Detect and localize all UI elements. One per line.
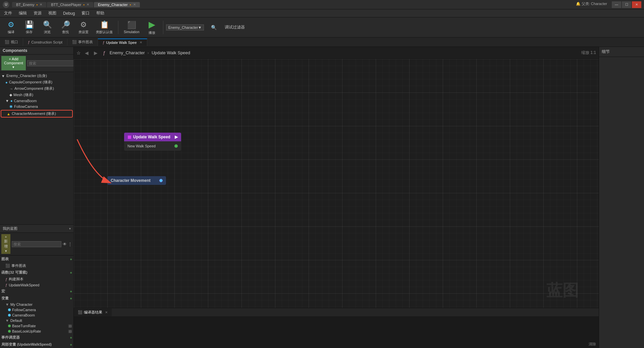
debug-target-dropdown[interactable]: Enemy_Character▼ — [166, 24, 204, 30]
bp-options-icon[interactable]: ⋮ — [68, 242, 72, 247]
menu-view[interactable]: 视图 — [46, 10, 59, 17]
menu-file[interactable]: 文件 — [1, 10, 15, 17]
add-component-button[interactable]: + Add Component ▾ — [1, 56, 26, 70]
bp-section-functions-header[interactable]: 函数(32 可重载) + — [0, 269, 73, 276]
blueprint-canvas[interactable]: ▦ Update Walk Speed ▶ New Walk Speed Cha… — [74, 59, 599, 308]
save-button[interactable]: 💾 保存 — [21, 19, 38, 36]
bp-header-collapse[interactable]: ▾ — [69, 227, 71, 230]
tree-item-enemy-character[interactable]: ▼ Enemy_Character (自身) — [0, 73, 73, 79]
menu-help[interactable]: 帮助 — [94, 10, 107, 17]
search-debug-button[interactable]: 🔍 — [205, 23, 222, 31]
bp-section-graph-header[interactable]: 图表 + — [0, 256, 73, 263]
event-graph-item-icon: ⬛ — [5, 264, 10, 268]
bp-item-event-graph[interactable]: ⬛ 事件图表 — [0, 263, 73, 269]
ue-logo: U — [3, 1, 9, 8]
char-movement-label: CharacterMovement (继承) — [12, 111, 56, 116]
tab-construction-script[interactable]: ƒ Construction Script — [23, 39, 67, 46]
tab-enemy-close[interactable]: ✕ — [133, 3, 136, 6]
node-character-movement[interactable]: Character Movement — [107, 176, 166, 185]
variables-add-icon[interactable]: + — [70, 296, 72, 300]
construction-label: Construction Script — [31, 40, 62, 44]
nav-forward-icon[interactable]: ▶ — [93, 50, 99, 56]
bp-section-local-vars-header[interactable]: 局部变量 (UpdateWalkSpeed) + — [0, 341, 73, 348]
tree-item-arrow[interactable]: → ArrowComponent (继承) — [0, 85, 73, 92]
components-header: Components — [0, 47, 73, 55]
play-button[interactable]: ▶ 播放 — [144, 18, 160, 37]
bookmark-icon[interactable]: ☆ — [76, 50, 81, 56]
graph-add-icon[interactable]: + — [70, 257, 72, 261]
node-update-icon: ▦ — [127, 135, 131, 139]
base-look-up-rate-dot — [8, 330, 11, 333]
bp-item-camera-boom-var[interactable]: CameraBoom — [0, 312, 73, 318]
enemy-char-label: Enemy_Character (自身) — [6, 73, 47, 78]
compiler-results-close[interactable]: ✕ — [105, 310, 108, 314]
class-defaults-button[interactable]: 📋 类默认认值 — [93, 19, 115, 36]
functions-section-title: 函数(32 可重载) — [1, 270, 28, 275]
bp-group-default[interactable]: ▼ Default — [0, 318, 73, 323]
breadcrumb-separator: › — [148, 50, 149, 55]
bp-view-icon[interactable]: 👁 — [63, 242, 67, 247]
clear-button[interactable]: 清除 — [589, 342, 596, 347]
main-area: Components + Add Component ▾ 🔍 ▼ Enemy_C… — [0, 47, 644, 348]
play-label: 播放 — [149, 30, 155, 35]
tab-enemy-character[interactable]: Enemy_Character • ✕ — [94, 2, 140, 7]
bp-item-update-walk-speed[interactable]: ƒ UpdateWalkSpeed — [0, 282, 73, 288]
maximize-button[interactable]: ☐ — [622, 1, 631, 8]
update-walk-close[interactable]: ✕ — [140, 41, 142, 44]
component-tree: ▼ Enemy_Character (自身) ● CapsuleComponen… — [0, 72, 73, 224]
functions-add-icon[interactable]: + — [70, 271, 72, 275]
center-area: ☆ ◀ ▶ ƒ Enemy_Character › Update Walk Sp… — [74, 47, 599, 348]
title-bar: U BT_Enemy • ✕ BTT_ChasePlayer • ✕ Enemy… — [0, 0, 644, 9]
bp-section-event-dispatcher-header[interactable]: 事件调度器 + — [0, 334, 73, 341]
tab-viewport[interactable]: ⬛ 视口 — [0, 38, 23, 46]
macro-add-icon[interactable]: + — [70, 289, 72, 293]
tab-btt-close[interactable]: ✕ — [87, 3, 89, 6]
menu-window[interactable]: 窗口 — [79, 10, 92, 17]
event-dispatcher-add-icon[interactable]: + — [70, 336, 72, 340]
tab-bt-enemy-close[interactable]: ✕ — [40, 3, 42, 6]
menu-debug[interactable]: Debug — [60, 10, 77, 16]
menu-edit[interactable]: 编辑 — [16, 10, 30, 17]
bp-section-variables-header[interactable]: 变量 + — [0, 295, 73, 302]
browse-button[interactable]: 🔍 浏览 — [39, 19, 56, 36]
bp-item-construct-script[interactable]: ƒ 构建脚本 — [0, 276, 73, 282]
camera-boom-var-label: CameraBoom — [12, 313, 35, 317]
tab-update-walk-speed[interactable]: ƒ Update Walk Spee ✕ — [98, 39, 147, 46]
bp-group-my-character[interactable]: ▼ My Character — [0, 302, 73, 307]
tree-item-follow-camera[interactable]: ◉ FollowCamera — [0, 103, 73, 109]
menu-assets[interactable]: 资源 — [31, 10, 44, 17]
bp-section-local-vars: 局部变量 (UpdateWalkSpeed) + — [0, 341, 73, 348]
bp-add-button[interactable]: + 新增 ▾ — [1, 234, 10, 254]
minimize-button[interactable]: — — [612, 1, 621, 8]
base-look-up-rate-toggle[interactable]: ⊟ — [68, 330, 72, 333]
find-button[interactable]: 🔎 查找 — [57, 19, 74, 36]
simulation-button[interactable]: ⬛ Simulation — [121, 19, 142, 35]
tab-event-graph[interactable]: ⬛ 事件图表 — [67, 38, 98, 46]
function-icon: ƒ — [103, 50, 106, 56]
event-graph-label: 事件图表 — [78, 40, 93, 45]
class-settings-button[interactable]: ⚙ 类设置 — [75, 19, 92, 36]
tree-item-mesh[interactable]: ◆ Mesh (继承) — [0, 92, 73, 98]
nav-back-icon[interactable]: ◀ — [84, 50, 90, 56]
tree-item-character-movement[interactable]: ▲ CharacterMovement (继承) — [1, 110, 73, 118]
tree-item-camera-boom[interactable]: ▼ ● CameraBoom — [0, 98, 73, 103]
node-update-walk-speed[interactable]: ▦ Update Walk Speed ▶ New Walk Speed — [124, 133, 181, 151]
bp-section-macro: 宏 + — [0, 288, 73, 295]
bp-item-base-turn-rate[interactable]: BaseTurnRate ⊟ — [0, 323, 73, 329]
construct-script-icon: ƒ — [5, 277, 7, 281]
close-button[interactable]: ✕ — [632, 1, 641, 8]
menu-bar: 文件 编辑 资源 视图 Debug 窗口 帮助 — [0, 9, 644, 17]
local-vars-add-icon[interactable]: + — [70, 343, 72, 347]
tab-bt-enemy[interactable]: BT_Enemy • ✕ — [12, 2, 46, 7]
bp-item-follow-camera-var[interactable]: FollowCamera — [0, 307, 73, 312]
bp-section-macro-header[interactable]: 宏 + — [0, 288, 73, 295]
compile-button[interactable]: ⚙ 编译 — [3, 19, 19, 36]
component-search-input[interactable] — [27, 60, 74, 66]
bp-item-base-look-up-rate[interactable]: BaseLookUpRate ⊟ — [0, 329, 73, 334]
bottom-tab-compiler-results[interactable]: ⬛ 编译器结果 ✕ — [74, 308, 112, 316]
base-turn-rate-toggle[interactable]: ⊟ — [68, 324, 72, 328]
bp-search-input[interactable] — [12, 241, 61, 247]
tab-btt-chaseplayer[interactable]: BTT_ChasePlayer • ✕ — [47, 2, 93, 7]
tab-bar: BT_Enemy • ✕ BTT_ChasePlayer • ✕ Enemy_C… — [12, 2, 140, 7]
tree-item-capsule[interactable]: ● CapsuleComponent (继承) — [0, 79, 73, 85]
